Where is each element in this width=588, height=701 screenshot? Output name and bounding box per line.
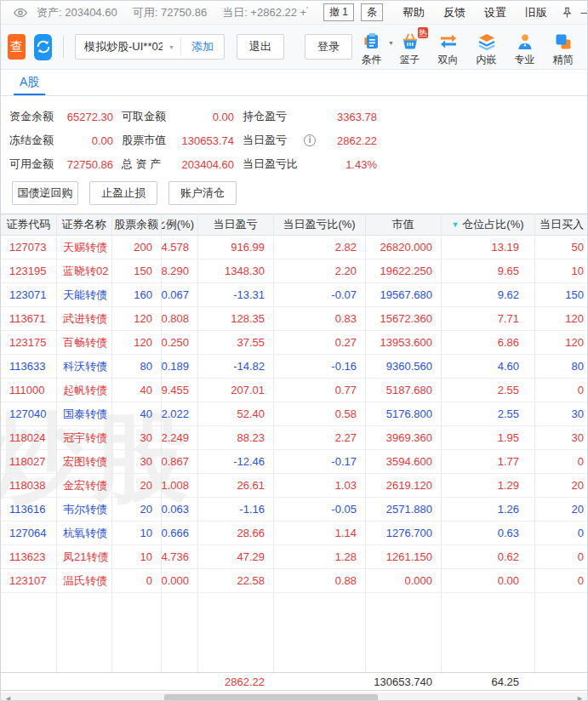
table-cell: 0.63 [441, 521, 534, 544]
table-row[interactable]: 123195蓝晓转021508.2901348.302.2019622.2509… [1, 259, 587, 283]
summary-label: 股票市值 [122, 133, 176, 148]
btn-reverse-repo[interactable]: 国债逆回购 [12, 181, 78, 205]
summary-label: 当日盈亏比 [243, 157, 299, 172]
table-cell: 天能转债 [56, 283, 111, 306]
add-account-link[interactable]: 添加 [181, 39, 224, 54]
refresh-button[interactable] [34, 34, 53, 60]
table-cell: 韦尔转债 [56, 498, 111, 521]
title-bar: 资产: 203404.60 可用: 72750.86 当日: +2862.22 … [1, 1, 587, 25]
column-header[interactable]: 股票余额 [111, 214, 161, 235]
table-cell: 123175 [1, 331, 56, 354]
tool-simple[interactable]: 精简 [544, 32, 582, 67]
column-header-label: 仓位占比(%) [462, 217, 523, 232]
summary-value: 2862.22 [316, 134, 377, 147]
table-row[interactable]: 123175百畅转债1200.25037.550.2713953.6006.86… [1, 331, 587, 355]
table-row[interactable]: 123107温氏转债00.00022.580.880.0000.000 [1, 569, 587, 593]
menu-feedback[interactable]: 反馈 [443, 5, 465, 20]
table-cell: 杭氧转债 [56, 521, 111, 544]
tool-embed[interactable]: 内嵌 [467, 32, 505, 67]
column-header[interactable]: 比例(%) [161, 214, 197, 235]
account-dropdown[interactable]: 模拟炒股-UI**02 ▼ 添加 [75, 34, 225, 60]
table-cell: 0 [534, 521, 588, 544]
table-cell: 0.000 [161, 569, 197, 592]
table-cell: 30 [111, 426, 161, 449]
table-row[interactable]: 118024冠宇转债302.24988.232.273969.3601.9530 [1, 426, 587, 450]
tool-professional[interactable]: 专业 [505, 32, 544, 67]
table-cell: 宏图转债 [56, 450, 111, 473]
summary-item: 股票市值130653.74 [122, 128, 234, 152]
table-cell: 118027 [1, 450, 56, 473]
asset-available: 可用: 72750.86 [133, 5, 207, 20]
column-header[interactable]: ▼仓位占比(%) [441, 214, 534, 235]
table-cell: 15672.360 [365, 307, 441, 330]
eye-icon[interactable] [13, 7, 28, 19]
column-header[interactable]: 市值 [365, 214, 441, 235]
summary-item: 总 资 产203404.60 [122, 152, 234, 176]
table-cell: 0.77 [273, 379, 365, 402]
summary-value: 72750.86 [64, 158, 113, 171]
summary-label: 资金余额 [9, 109, 64, 124]
table-row[interactable]: 127073天赐转债2004.578916.992.8226820.00013.… [1, 236, 587, 259]
summary-value: 130653.74 [176, 134, 234, 147]
table-row[interactable]: 113633科沃转债80-0.189-14.82-0.169360.5604.6… [1, 355, 587, 379]
table-cell: 40 [111, 402, 161, 425]
btn-stop-profit-loss[interactable]: 止盈止损 [89, 181, 157, 205]
minimize-button[interactable]: — [578, 6, 588, 19]
table-cell: 40 [111, 379, 161, 402]
menu-help[interactable]: 帮助 [402, 5, 425, 20]
total-cell: 2862.22 [197, 673, 273, 690]
logout-button[interactable]: 退出 [237, 34, 284, 60]
table-row[interactable]: 118027宏图转债300.867-12.46-0.173594.6001.77… [1, 450, 587, 474]
login-button[interactable]: 登录 [305, 34, 352, 60]
refresh-icon [35, 38, 52, 55]
table-row[interactable]: 113671武进转债1200.808128.350.8315672.3607.7… [1, 307, 587, 331]
table-cell: 4.60 [441, 355, 534, 378]
table-total-row: 2862.22130653.74064.25 [1, 672, 587, 691]
table-cell: 127040 [1, 402, 56, 425]
column-header[interactable]: 当日买入 [534, 214, 588, 235]
table-cell: -0.16 [273, 355, 365, 378]
table-cell: 88.23 [197, 426, 273, 449]
table-row[interactable]: 113623凤21转债104.73647.291.281261.1500.620 [1, 545, 587, 569]
table-cell: 9360.560 [365, 355, 441, 378]
tab-a-shares[interactable]: A股 [14, 70, 45, 95]
table-row[interactable]: 127064杭氧转债10-0.66628.661.141276.7000.630 [1, 521, 587, 545]
table-cell: 天赐转债 [56, 236, 111, 259]
action-buttons-row: 国债逆回购止盈止损账户清仓 [1, 176, 587, 214]
summary-label: 当日盈亏 [243, 133, 299, 148]
table-row[interactable]: 111000起帆转债409.455207.010.775187.6802.550 [1, 379, 587, 402]
tool-basket[interactable]: 热篮子 [391, 32, 429, 67]
horizontal-scrollbar[interactable]: ◄ ► [1, 692, 587, 701]
total-cell [161, 673, 197, 690]
window-controls: — □ × [562, 6, 588, 19]
table-cell: 2.27 [273, 426, 365, 449]
table-cell: 0.58 [273, 402, 365, 425]
table-cell: 916.99 [197, 236, 273, 259]
menu-old-version[interactable]: 旧版 [525, 5, 547, 20]
column-header[interactable]: 当日盈亏 [197, 214, 273, 235]
pin-icon[interactable] [562, 7, 573, 19]
scroll-right-arrow[interactable]: ► [576, 694, 584, 701]
scroll-left-arrow[interactable]: ◄ [4, 694, 12, 701]
tool-condition[interactable]: ▼条件 [352, 32, 391, 67]
scrollbar-thumb[interactable] [164, 694, 378, 701]
table-row[interactable]: 118038金宏转债201.00826.611.032619.1201.2920 [1, 474, 587, 498]
info-icon[interactable]: i [304, 134, 316, 146]
table-cell: 1276.700 [365, 521, 441, 544]
table-row[interactable]: 113616韦尔转债20-0.063-1.16-0.052571.8801.26… [1, 498, 587, 521]
tiao-button[interactable]: 条 [361, 3, 383, 21]
column-header[interactable]: 证券名称 [56, 214, 111, 235]
table-row[interactable]: 127040国泰转债40-2.02252.400.585176.8002.553… [1, 402, 587, 426]
table-row[interactable]: 123071天能转债160-0.067-13.31-0.0719567.6809… [1, 283, 587, 307]
btn-clear-account[interactable]: 账户清仓 [168, 181, 237, 205]
table-cell: 113633 [1, 355, 56, 378]
tool-two-way[interactable]: 双向 [429, 32, 467, 67]
column-header[interactable]: 当日盈亏比(%) [273, 214, 365, 235]
menu-settings[interactable]: 设置 [484, 5, 506, 20]
total-cell [534, 673, 588, 690]
revoke-button[interactable]: 撤 1 [323, 3, 354, 21]
summary-value: 3363.78 [299, 111, 377, 123]
query-button[interactable]: 查 [8, 34, 26, 60]
column-header[interactable]: 证券代码 [1, 214, 56, 235]
sort-desc-icon: ▼ [451, 220, 459, 229]
